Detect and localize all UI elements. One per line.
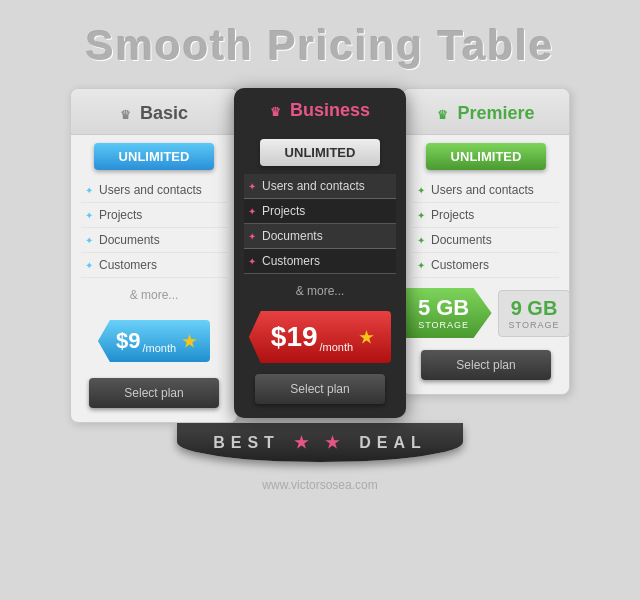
feature-icon: ✦ — [248, 231, 256, 242]
best-deal-banner: BEST ★ ★ DEAL — [177, 423, 463, 462]
feature-icon: ✦ — [417, 235, 425, 246]
plan-header-premiere: ♛ Premiere — [403, 89, 569, 135]
price-ribbon-basic: $9/month ★ — [98, 320, 210, 362]
storage-arrow-premiere: 5 GB STORAGE — [402, 288, 492, 338]
select-plan-button-premiere[interactable]: Select plan — [421, 350, 551, 380]
feature-icon: ✦ — [248, 206, 256, 217]
plan-card-business: ♛ Business UNLIMITED ✦Users and contacts… — [234, 88, 406, 418]
footer: www.victorsosea.com — [0, 478, 640, 492]
storage-box-right: 9 GB STORAGE — [498, 290, 571, 337]
list-item: ✦Documents — [413, 228, 559, 253]
feature-icon: ✦ — [248, 181, 256, 192]
price-ribbon-business: $19/month ★ — [249, 311, 391, 363]
storage-gb-right: 9 GB — [509, 297, 560, 320]
price-section-business: $19/month ★ — [234, 308, 406, 366]
plan-header-business: ♛ Business — [234, 88, 406, 131]
unlimited-badge-business: UNLIMITED — [260, 139, 380, 166]
feature-icon: ✦ — [85, 260, 93, 271]
list-item: ✦Users and contacts — [413, 178, 559, 203]
list-item: ✦Projects — [81, 203, 227, 228]
feature-icon: ✦ — [417, 260, 425, 271]
feature-icon: ✦ — [248, 256, 256, 267]
feature-icon: ✦ — [417, 185, 425, 196]
list-item: ✦Users and contacts — [81, 178, 227, 203]
unlimited-badge-basic: UNLIMITED — [94, 143, 214, 170]
plan-card-basic: ♛ Basic UNLIMITED ✦Users and contacts ✦P… — [70, 88, 238, 423]
list-item: ✦Customers — [81, 253, 227, 278]
crown-icon-premiere: ♛ — [437, 108, 448, 122]
list-item: ✦Users and contacts — [244, 174, 396, 199]
storage-gb-premiere: 5 GB — [416, 296, 472, 320]
plan-card-premiere: ♛ Premiere UNLIMITED ✦Users and contacts… — [402, 88, 570, 395]
feature-list-business: ✦Users and contacts ✦Projects ✦Documents… — [234, 174, 406, 274]
list-item: ✦Customers — [244, 249, 396, 274]
price-star-icon-basic: ★ — [182, 332, 196, 351]
list-item: ✦Projects — [413, 203, 559, 228]
storage-label-right: STORAGE — [509, 320, 560, 330]
best-deal-banner-container: BEST ★ ★ DEAL — [0, 423, 640, 462]
feature-icon: ✦ — [85, 210, 93, 221]
list-item: ✦Documents — [244, 224, 396, 249]
crown-icon-basic: ♛ — [120, 108, 131, 122]
feature-icon: ✦ — [85, 185, 93, 196]
more-text-basic: & more... — [71, 282, 237, 306]
feature-list-premiere: ✦Users and contacts ✦Projects ✦Documents… — [403, 178, 569, 278]
best-deal-stars-icon: ★ ★ — [294, 434, 344, 451]
unlimited-badge-premiere: UNLIMITED — [426, 143, 546, 170]
pricing-container: ♛ Basic UNLIMITED ✦Users and contacts ✦P… — [0, 88, 640, 423]
list-item: ✦Projects — [244, 199, 396, 224]
price-section-basic: $9/month ★ — [71, 312, 237, 370]
price-star-icon-business: ★ — [359, 328, 373, 347]
feature-list-basic: ✦Users and contacts ✦Projects ✦Documents… — [71, 178, 237, 278]
storage-label-premiere: STORAGE — [416, 320, 472, 330]
list-item: ✦Customers — [413, 253, 559, 278]
more-text-business: & more... — [234, 278, 406, 302]
plan-header-basic: ♛ Basic — [71, 89, 237, 135]
crown-icon-business: ♛ — [270, 105, 281, 119]
select-plan-button-business[interactable]: Select plan — [255, 374, 385, 404]
list-item: ✦Documents — [81, 228, 227, 253]
select-plan-button-basic[interactable]: Select plan — [89, 378, 219, 408]
page-title: Smooth Pricing Table — [0, 0, 640, 70]
feature-icon: ✦ — [85, 235, 93, 246]
feature-icon: ✦ — [417, 210, 425, 221]
storage-section-premiere: 5 GB STORAGE 9 GB STORAGE — [403, 284, 569, 342]
